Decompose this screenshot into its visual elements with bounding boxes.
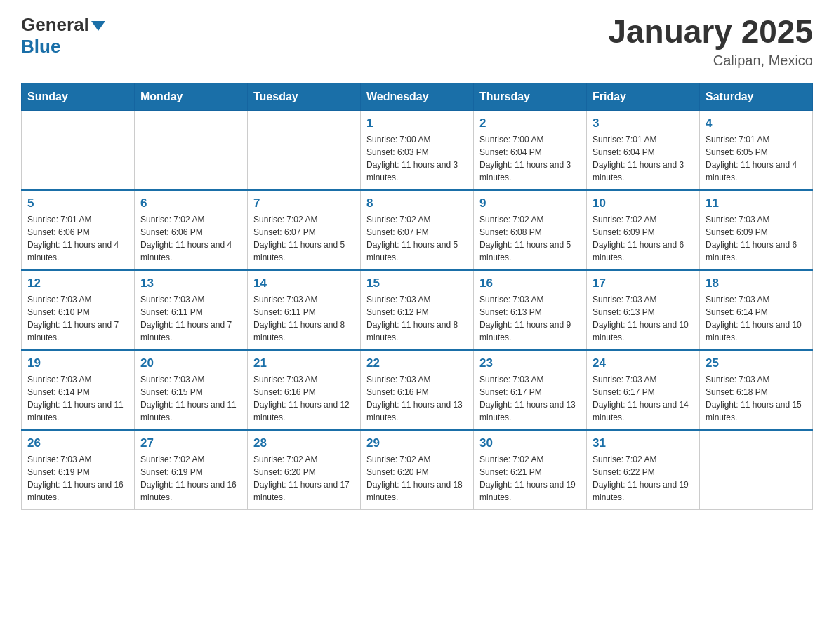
calendar-day-cell: 12Sunrise: 7:03 AMSunset: 6:10 PMDayligh… [22,270,135,350]
day-number: 25 [706,356,807,370]
calendar-day-cell: 10Sunrise: 7:02 AMSunset: 6:09 PMDayligh… [587,190,700,270]
calendar-table: SundayMondayTuesdayWednesdayThursdayFrid… [21,83,813,510]
day-info: Sunrise: 7:03 AMSunset: 6:16 PMDaylight:… [366,373,468,424]
day-number: 5 [27,196,128,210]
day-info: Sunrise: 7:02 AMSunset: 6:07 PMDaylight:… [253,213,355,264]
calendar-day-header: Wednesday [361,83,474,110]
calendar-day-cell: 24Sunrise: 7:03 AMSunset: 6:17 PMDayligh… [587,350,700,430]
day-info: Sunrise: 7:03 AMSunset: 6:11 PMDaylight:… [140,293,241,344]
calendar-day-cell: 7Sunrise: 7:02 AMSunset: 6:07 PMDaylight… [248,190,361,270]
calendar-day-header: Saturday [700,83,813,110]
day-info: Sunrise: 7:02 AMSunset: 6:21 PMDaylight:… [479,453,581,504]
day-number: 18 [706,276,807,290]
calendar-day-header: Sunday [22,83,135,110]
day-number: 31 [593,436,694,450]
day-number: 9 [479,196,581,210]
calendar-day-cell: 15Sunrise: 7:03 AMSunset: 6:12 PMDayligh… [361,270,474,350]
calendar-day-cell: 19Sunrise: 7:03 AMSunset: 6:14 PMDayligh… [22,350,135,430]
day-info: Sunrise: 7:03 AMSunset: 6:12 PMDaylight:… [366,293,468,344]
calendar-day-cell [248,110,361,190]
calendar-day-cell: 5Sunrise: 7:01 AMSunset: 6:06 PMDaylight… [22,190,135,270]
logo-triangle-icon [91,21,105,31]
day-info: Sunrise: 7:02 AMSunset: 6:20 PMDaylight:… [253,453,355,504]
day-info: Sunrise: 7:02 AMSunset: 6:20 PMDaylight:… [366,453,468,504]
day-number: 2 [479,116,581,130]
calendar-day-cell: 1Sunrise: 7:00 AMSunset: 6:03 PMDaylight… [361,110,474,190]
calendar-day-cell: 6Sunrise: 7:02 AMSunset: 6:06 PMDaylight… [135,190,248,270]
day-info: Sunrise: 7:03 AMSunset: 6:11 PMDaylight:… [253,293,355,344]
day-number: 22 [366,356,468,370]
calendar-day-cell: 21Sunrise: 7:03 AMSunset: 6:16 PMDayligh… [248,350,361,430]
day-info: Sunrise: 7:03 AMSunset: 6:14 PMDaylight:… [706,293,807,344]
calendar-day-cell: 20Sunrise: 7:03 AMSunset: 6:15 PMDayligh… [135,350,248,430]
calendar-day-cell: 11Sunrise: 7:03 AMSunset: 6:09 PMDayligh… [700,190,813,270]
day-number: 3 [593,116,694,130]
day-number: 6 [140,196,241,210]
day-number: 17 [593,276,694,290]
calendar-day-cell: 2Sunrise: 7:00 AMSunset: 6:04 PMDaylight… [474,110,587,190]
day-number: 20 [140,356,241,370]
calendar-day-cell: 23Sunrise: 7:03 AMSunset: 6:17 PMDayligh… [474,350,587,430]
calendar-header-row: SundayMondayTuesdayWednesdayThursdayFrid… [22,83,813,110]
day-info: Sunrise: 7:02 AMSunset: 6:22 PMDaylight:… [593,453,694,504]
calendar-day-cell [700,430,813,510]
day-info: Sunrise: 7:03 AMSunset: 6:18 PMDaylight:… [706,373,807,424]
calendar-day-cell: 18Sunrise: 7:03 AMSunset: 6:14 PMDayligh… [700,270,813,350]
calendar-week-row: 26Sunrise: 7:03 AMSunset: 6:19 PMDayligh… [22,430,813,510]
calendar-day-cell [135,110,248,190]
day-info: Sunrise: 7:02 AMSunset: 6:08 PMDaylight:… [479,213,581,264]
calendar-day-cell: 9Sunrise: 7:02 AMSunset: 6:08 PMDaylight… [474,190,587,270]
calendar-day-cell: 4Sunrise: 7:01 AMSunset: 6:05 PMDaylight… [700,110,813,190]
calendar-day-cell: 31Sunrise: 7:02 AMSunset: 6:22 PMDayligh… [587,430,700,510]
day-number: 13 [140,276,241,290]
calendar-day-cell: 17Sunrise: 7:03 AMSunset: 6:13 PMDayligh… [587,270,700,350]
day-info: Sunrise: 7:01 AMSunset: 6:06 PMDaylight:… [27,213,128,264]
day-info: Sunrise: 7:00 AMSunset: 6:03 PMDaylight:… [366,133,468,184]
day-info: Sunrise: 7:00 AMSunset: 6:04 PMDaylight:… [479,133,581,184]
logo: General Blue [21,14,105,58]
calendar-week-row: 12Sunrise: 7:03 AMSunset: 6:10 PMDayligh… [22,270,813,350]
day-info: Sunrise: 7:02 AMSunset: 6:07 PMDaylight:… [366,213,468,264]
day-number: 19 [27,356,128,370]
calendar-day-header: Friday [587,83,700,110]
day-number: 12 [27,276,128,290]
main-title: January 2025 [608,14,813,50]
day-number: 8 [366,196,468,210]
day-number: 14 [253,276,355,290]
calendar-day-cell: 25Sunrise: 7:03 AMSunset: 6:18 PMDayligh… [700,350,813,430]
day-info: Sunrise: 7:03 AMSunset: 6:09 PMDaylight:… [706,213,807,264]
day-info: Sunrise: 7:03 AMSunset: 6:17 PMDaylight:… [593,373,694,424]
day-number: 1 [366,116,468,130]
day-number: 30 [479,436,581,450]
calendar-day-cell [22,110,135,190]
calendar-day-cell: 16Sunrise: 7:03 AMSunset: 6:13 PMDayligh… [474,270,587,350]
day-number: 21 [253,356,355,370]
calendar-day-cell: 26Sunrise: 7:03 AMSunset: 6:19 PMDayligh… [22,430,135,510]
day-number: 24 [593,356,694,370]
calendar-day-cell: 22Sunrise: 7:03 AMSunset: 6:16 PMDayligh… [361,350,474,430]
day-info: Sunrise: 7:01 AMSunset: 6:05 PMDaylight:… [706,133,807,184]
calendar-day-cell: 8Sunrise: 7:02 AMSunset: 6:07 PMDaylight… [361,190,474,270]
title-section: January 2025 Calipan, Mexico [608,14,813,69]
calendar-week-row: 1Sunrise: 7:00 AMSunset: 6:03 PMDaylight… [22,110,813,190]
day-info: Sunrise: 7:03 AMSunset: 6:14 PMDaylight:… [27,373,128,424]
day-number: 23 [479,356,581,370]
day-number: 11 [706,196,807,210]
day-info: Sunrise: 7:03 AMSunset: 6:13 PMDaylight:… [479,293,581,344]
calendar-day-header: Thursday [474,83,587,110]
calendar-day-cell: 30Sunrise: 7:02 AMSunset: 6:21 PMDayligh… [474,430,587,510]
day-info: Sunrise: 7:02 AMSunset: 6:19 PMDaylight:… [140,453,241,504]
day-number: 29 [366,436,468,450]
day-number: 4 [706,116,807,130]
day-number: 26 [27,436,128,450]
day-info: Sunrise: 7:03 AMSunset: 6:10 PMDaylight:… [27,293,128,344]
day-number: 16 [479,276,581,290]
day-number: 28 [253,436,355,450]
logo-blue-text: Blue [21,36,60,58]
calendar-day-cell: 29Sunrise: 7:02 AMSunset: 6:20 PMDayligh… [361,430,474,510]
day-number: 15 [366,276,468,290]
day-info: Sunrise: 7:01 AMSunset: 6:04 PMDaylight:… [593,133,694,184]
calendar-week-row: 19Sunrise: 7:03 AMSunset: 6:14 PMDayligh… [22,350,813,430]
day-number: 10 [593,196,694,210]
calendar-day-cell: 14Sunrise: 7:03 AMSunset: 6:11 PMDayligh… [248,270,361,350]
